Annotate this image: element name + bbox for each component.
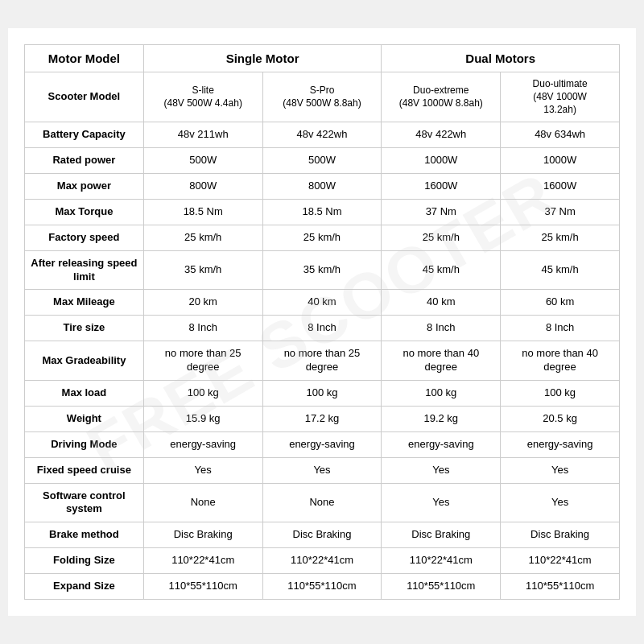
- dual-motors-header: Dual Motors: [382, 44, 620, 72]
- cell-value: 35 km/h: [262, 250, 382, 290]
- row-label: Rated power: [25, 148, 144, 174]
- cell-value: 1000W: [382, 148, 501, 174]
- cell-value: 500W: [143, 148, 262, 174]
- row-label: Max power: [25, 174, 144, 200]
- cell-value: energy-saving: [501, 431, 620, 457]
- cell-value: 110*22*41cm: [143, 548, 262, 574]
- page-wrapper: FREE SCOOTER Motor Model Single Motor Du…: [8, 28, 636, 616]
- cell-value: 110*22*41cm: [501, 548, 620, 574]
- cell-value: Yes: [143, 457, 262, 483]
- table-row: Max power800W800W1600W1600W: [25, 174, 620, 200]
- cell-value: 110*55*110cm: [501, 574, 620, 600]
- cell-value: 45 km/h: [382, 250, 501, 290]
- row-label: Weight: [25, 406, 144, 431]
- cell-value: 48v 422wh: [382, 122, 501, 148]
- cell-value: 25 km/h: [382, 225, 501, 250]
- cell-value: 100 kg: [262, 381, 382, 407]
- table-row: After releasing speed limit35 km/h35 km/…: [25, 250, 620, 290]
- cell-value: no more than 25 degree: [143, 341, 262, 381]
- table-row: Rated power500W500W1000W1000W: [25, 148, 620, 174]
- table-row: Factory speed25 km/h25 km/h25 km/h25 km/…: [25, 225, 620, 250]
- row-label: Software control system: [25, 483, 144, 522]
- cell-value: 110*22*41cm: [382, 548, 501, 574]
- table-row: Max Mileage20 km40 km40 km60 km: [25, 290, 620, 316]
- single-motor-header: Single Motor: [143, 44, 382, 72]
- table-row: Fixed speed cruiseYesYesYesYes: [25, 457, 620, 483]
- cell-value: 25 km/h: [262, 225, 382, 250]
- cell-value: 18.5 Nm: [262, 199, 382, 225]
- table-row: Battery Capacity48v 211wh48v 422wh48v 42…: [25, 122, 620, 148]
- cell-value: 8 Inch: [382, 316, 501, 341]
- duo-extreme-header: Duo-extreme(48V 1000W 8.8ah): [382, 72, 501, 122]
- cell-value: 19.2 kg: [382, 406, 501, 431]
- cell-value: 48v 634wh: [501, 122, 620, 148]
- cell-value: Disc Braking: [143, 522, 262, 548]
- cell-value: 8 Inch: [262, 316, 382, 341]
- duo-ultimate-header: Duo-ultimate(48V 1000W13.2ah): [501, 72, 620, 122]
- row-label: Brake method: [25, 522, 144, 548]
- cell-value: 800W: [262, 174, 382, 200]
- cell-value: 15.9 kg: [143, 406, 262, 431]
- cell-value: Yes: [262, 457, 382, 483]
- cell-value: 40 km: [382, 290, 501, 316]
- cell-value: None: [143, 483, 262, 522]
- cell-value: Disc Braking: [382, 522, 501, 548]
- cell-value: Disc Braking: [501, 522, 620, 548]
- cell-value: 110*55*110cm: [262, 574, 382, 600]
- table-row: Folding Size110*22*41cm110*22*41cm110*22…: [25, 548, 620, 574]
- cell-value: 20 km: [143, 290, 262, 316]
- cell-value: 20.5 kg: [501, 406, 620, 431]
- cell-value: energy-saving: [143, 431, 262, 457]
- cell-value: 110*55*110cm: [143, 574, 262, 600]
- row-label: Expand Size: [25, 574, 144, 600]
- cell-value: 100 kg: [382, 381, 501, 407]
- cell-value: 110*22*41cm: [262, 548, 382, 574]
- cell-value: Yes: [501, 457, 620, 483]
- spro-header: S-Pro(48V 500W 8.8ah): [262, 72, 382, 122]
- slite-header: S-lite(48V 500W 4.4ah): [143, 72, 262, 122]
- cell-value: 100 kg: [501, 381, 620, 407]
- cell-value: 37 Nm: [501, 199, 620, 225]
- cell-value: Yes: [382, 483, 501, 522]
- cell-value: 8 Inch: [143, 316, 262, 341]
- row-label: Battery Capacity: [25, 122, 144, 148]
- cell-value: 60 km: [501, 290, 620, 316]
- cell-value: 500W: [262, 148, 382, 174]
- cell-value: 1600W: [501, 174, 620, 200]
- cell-value: 45 km/h: [501, 250, 620, 290]
- table-row: Brake methodDisc BrakingDisc BrakingDisc…: [25, 522, 620, 548]
- row-label: Max Gradeability: [25, 341, 144, 381]
- row-label: Max Torque: [25, 199, 144, 225]
- motor-model-header: Motor Model: [25, 44, 144, 72]
- specs-table: Motor Model Single Motor Dual Motors Sco…: [24, 44, 620, 600]
- cell-value: Yes: [501, 483, 620, 522]
- row-label: Max load: [25, 381, 144, 407]
- cell-value: energy-saving: [382, 431, 501, 457]
- scooter-model-label: Scooter Model: [25, 72, 144, 122]
- cell-value: 1600W: [382, 174, 501, 200]
- cell-value: 110*55*110cm: [382, 574, 501, 600]
- row-label: Fixed speed cruise: [25, 457, 144, 483]
- cell-value: 25 km/h: [143, 225, 262, 250]
- cell-value: no more than 40 degree: [501, 341, 620, 381]
- row-label: Factory speed: [25, 225, 144, 250]
- cell-value: 18.5 Nm: [143, 199, 262, 225]
- table-row: Weight15.9 kg17.2 kg19.2 kg20.5 kg: [25, 406, 620, 431]
- table-row: Max Torque18.5 Nm18.5 Nm37 Nm37 Nm: [25, 199, 620, 225]
- table-row: Tire size8 Inch8 Inch8 Inch8 Inch: [25, 316, 620, 341]
- cell-value: 40 km: [262, 290, 382, 316]
- scooter-model-row: Scooter Model S-lite(48V 500W 4.4ah) S-P…: [25, 72, 620, 122]
- table-row: Expand Size110*55*110cm110*55*110cm110*5…: [25, 574, 620, 600]
- cell-value: 37 Nm: [382, 199, 501, 225]
- row-label: Driving Mode: [25, 431, 144, 457]
- cell-value: 8 Inch: [501, 316, 620, 341]
- cell-value: Disc Braking: [262, 522, 382, 548]
- cell-value: 25 km/h: [501, 225, 620, 250]
- cell-value: no more than 25 degree: [262, 341, 382, 381]
- table-row: Driving Modeenergy-savingenergy-savingen…: [25, 431, 620, 457]
- cell-value: 100 kg: [143, 381, 262, 407]
- cell-value: 1000W: [501, 148, 620, 174]
- table-row: Max load100 kg100 kg100 kg100 kg: [25, 381, 620, 407]
- table-row: Software control systemNoneNoneYesYes: [25, 483, 620, 522]
- row-label: After releasing speed limit: [25, 250, 144, 290]
